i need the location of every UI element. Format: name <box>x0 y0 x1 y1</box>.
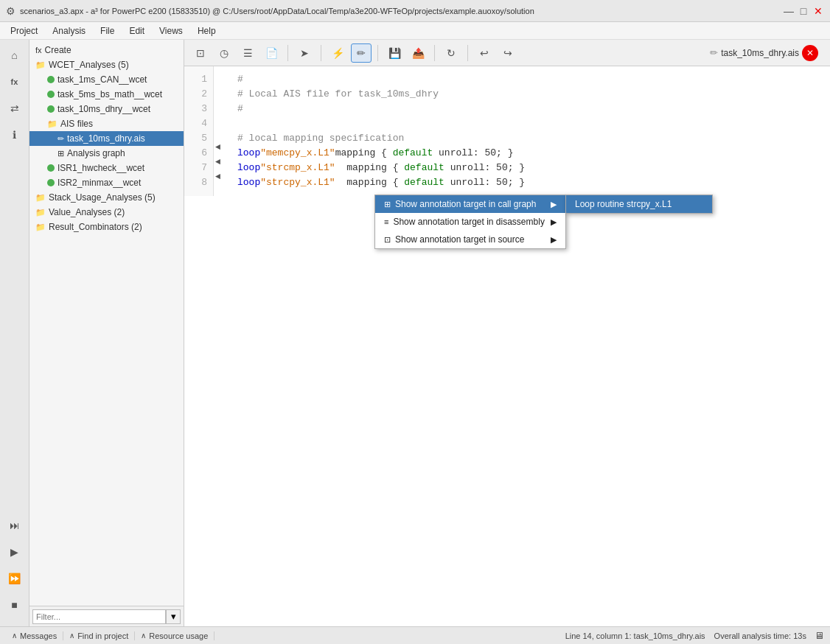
context-menu-item-callgraph[interactable]: ⊞ Show annotation target in call graph ▶… <box>375 195 565 213</box>
refresh-toolbar-btn[interactable]: ↻ <box>441 43 461 63</box>
window-controls: — □ ✕ <box>783 5 824 17</box>
resource-chevron-icon: ∧ <box>141 631 146 640</box>
undo-toolbar-btn[interactable]: ↩ <box>474 43 495 63</box>
menu-analysis[interactable]: Analysis <box>45 24 93 38</box>
sidebar-item-stack-usage[interactable]: 📁 Stack_Usage_Analyses (5) <box>29 190 184 205</box>
folder-icon: 📁 <box>35 223 46 232</box>
sidebar-item-task-10ms-dhry-ais[interactable]: ✏ task_10ms_dhry.ais <box>29 131 184 146</box>
code-line-6: loop "memcpy_x.L1" mapping { default unr… <box>237 146 525 161</box>
sidebar-item-task-10ms[interactable]: task_10ms_dhry__wcet <box>29 102 184 116</box>
menu-edit[interactable]: Edit <box>122 24 152 38</box>
pencil-toolbar-btn[interactable]: ✏ <box>351 43 372 63</box>
toolbar-sep5 <box>467 45 468 61</box>
toolbar-sep1 <box>287 45 288 61</box>
code-content: # # Local AIS file for task_10ms_dhry # … <box>229 66 534 196</box>
context-menu-item-disassembly[interactable]: ≡ Show annotation target in disassembly … <box>375 213 565 231</box>
menu-project[interactable]: Project <box>3 24 45 38</box>
disassembly-icon: ≡ <box>384 217 388 226</box>
view-toolbar-btn[interactable]: ⊡ <box>190 43 211 63</box>
sidebar-item-wcet-analyses[interactable]: 📁 WCET_Analyses (5) <box>29 57 184 72</box>
file-tab[interactable]: ✏ task_10ms_dhry.ais ✕ <box>704 45 824 61</box>
play-icon-btn[interactable]: ▶ <box>4 541 26 563</box>
diff-icon-btn[interactable]: ⇄ <box>4 97 26 119</box>
create-icon: fx <box>35 46 42 55</box>
source-icon: ⊡ <box>384 235 391 245</box>
sidebar-item-analysis-graph[interactable]: ⊞ Analysis graph <box>29 146 184 161</box>
window-title: scenarios_a3.apx - a³ for PowerPC e200 (… <box>20 7 534 15</box>
create-button[interactable]: fx Create <box>29 43 184 57</box>
code-line-7: loop "strcmp_x.L1" mapping { default unr… <box>237 161 525 175</box>
submenu-arrow-icon-2: ▶ <box>551 217 557 227</box>
monitor-icon: 🖥 <box>815 630 824 641</box>
minimize-button[interactable]: — <box>783 5 795 17</box>
messages-tab[interactable]: ∧ Messages <box>6 631 63 640</box>
status-right: Overall analysis time: 13s 🖥 <box>705 630 824 641</box>
step-forward-icon-btn[interactable]: ⏩ <box>4 567 26 589</box>
messages-label: Messages <box>20 631 57 640</box>
menu-help[interactable]: Help <box>190 24 223 38</box>
folder-icon: 📁 <box>47 119 57 129</box>
submenu-callgraph: Loop routine strcpy_x.L1 <box>565 195 713 214</box>
find-chevron-icon: ∧ <box>69 631 74 640</box>
redo-toolbar-btn[interactable]: ↪ <box>498 43 518 63</box>
line-numbers: 1 2 3 4 5 6 7 8 <box>184 66 214 196</box>
find-label: Find in project <box>77 631 128 640</box>
context-menu-callgraph-label: Show annotation target in call graph <box>395 199 536 209</box>
green-dot-icon <box>47 164 55 172</box>
arrow-marker-7: ◄ <box>215 155 220 169</box>
submenu-item-loop-strcpy[interactable]: Loop routine strcpy_x.L1 <box>566 195 712 213</box>
edit-file-icon: ✏ <box>57 134 64 144</box>
sidebar-item-value-analyses[interactable]: 📁 Value_Analyses (2) <box>29 205 184 220</box>
close-button[interactable]: ✕ <box>812 5 824 17</box>
home-icon-btn[interactable]: ⌂ <box>4 44 26 66</box>
file-close-button[interactable]: ✕ <box>802 45 818 61</box>
submenu-arrow-icon: ▶ <box>551 200 557 209</box>
toolbar-sep3 <box>377 45 378 61</box>
sidebar-item-isr2[interactable]: ISR2_minmax__wcet <box>29 175 184 190</box>
file-edit-icon: ✏ <box>710 47 718 58</box>
lightning-toolbar-btn[interactable]: ⚡ <box>327 43 348 63</box>
sidebar-filter: ▾ <box>29 606 184 626</box>
file-tab-label: task_10ms_dhry.ais <box>721 48 799 58</box>
info-icon-btn[interactable]: ℹ <box>4 124 26 146</box>
filter-dropdown-button[interactable]: ▾ <box>166 609 181 624</box>
toolbar-sep4 <box>434 45 435 61</box>
context-menu-item-source[interactable]: ⊡ Show annotation target in source ▶ <box>375 231 565 248</box>
function-icon-btn[interactable]: fx <box>4 71 26 93</box>
sidebar-item-isr1[interactable]: ISR1_hwcheck__wcet <box>29 161 184 175</box>
resource-usage-tab[interactable]: ∧ Resource usage <box>135 631 215 640</box>
line-info: Line 14, column 1: task_10ms_dhry.ais <box>565 631 705 640</box>
context-menu: ⊞ Show annotation target in call graph ▶… <box>374 195 566 249</box>
icon-bar: ⌂ fx ⇄ ℹ ⏭ ▶ ⏩ ■ <box>0 40 29 626</box>
sidebar-tree: fx Create 📁 WCET_Analyses (5) task_1ms_C… <box>29 40 184 606</box>
submenu-arrow-icon-3: ▶ <box>551 235 557 245</box>
editor[interactable]: 1 2 3 4 5 6 7 8 ◄ ◄ ◄ # # Local AIS <box>184 66 830 626</box>
arrow-marker-8: ◄ <box>215 169 220 184</box>
sidebar-item-ais-files[interactable]: 📁 AIS files <box>29 116 184 131</box>
doc-toolbar-btn[interactable]: 📄 <box>261 43 282 63</box>
content-area: ⊡ ◷ ☰ 📄 ➤ ⚡ ✏ 💾 📤 ↻ ↩ ↪ ✏ task_10ms_dhry… <box>184 40 830 626</box>
title-bar-content: ⚙ scenarios_a3.apx - a³ for PowerPC e200… <box>6 5 534 17</box>
sidebar: fx Create 📁 WCET_Analyses (5) task_1ms_C… <box>29 40 184 626</box>
fast-forward-icon-btn[interactable]: ⏭ <box>4 514 26 536</box>
editor-lines: 1 2 3 4 5 6 7 8 ◄ ◄ ◄ # # Local AIS <box>184 66 830 196</box>
filter-input[interactable] <box>32 609 166 624</box>
export-toolbar-btn[interactable]: 📤 <box>408 43 428 63</box>
code-line-1: # <box>237 72 525 87</box>
green-dot-icon <box>47 179 55 186</box>
toolbar: ⊡ ◷ ☰ 📄 ➤ ⚡ ✏ 💾 📤 ↻ ↩ ↪ ✏ task_10ms_dhry… <box>184 40 830 66</box>
list-toolbar-btn[interactable]: ☰ <box>237 43 258 63</box>
overall-analysis-time: Overall analysis time: 13s <box>714 631 806 640</box>
sidebar-item-result-combinators[interactable]: 📁 Result_Combinators (2) <box>29 220 184 234</box>
sidebar-item-task-1ms[interactable]: task_1ms_CAN__wcet <box>29 72 184 87</box>
title-bar: ⚙ scenarios_a3.apx - a³ for PowerPC e200… <box>0 0 830 22</box>
maximize-button[interactable]: □ <box>798 5 809 17</box>
find-in-project-tab[interactable]: ∧ Find in project <box>63 631 135 640</box>
save-toolbar-btn[interactable]: 💾 <box>384 43 405 63</box>
arrow-toolbar-btn[interactable]: ➤ <box>294 43 315 63</box>
menu-file[interactable]: File <box>93 24 122 38</box>
sidebar-item-task-5ms[interactable]: task_5ms_bs_math__wcet <box>29 87 184 102</box>
clock-toolbar-btn[interactable]: ◷ <box>214 43 234 63</box>
stop-icon-btn[interactable]: ■ <box>4 594 26 616</box>
menu-views[interactable]: Views <box>152 24 190 38</box>
